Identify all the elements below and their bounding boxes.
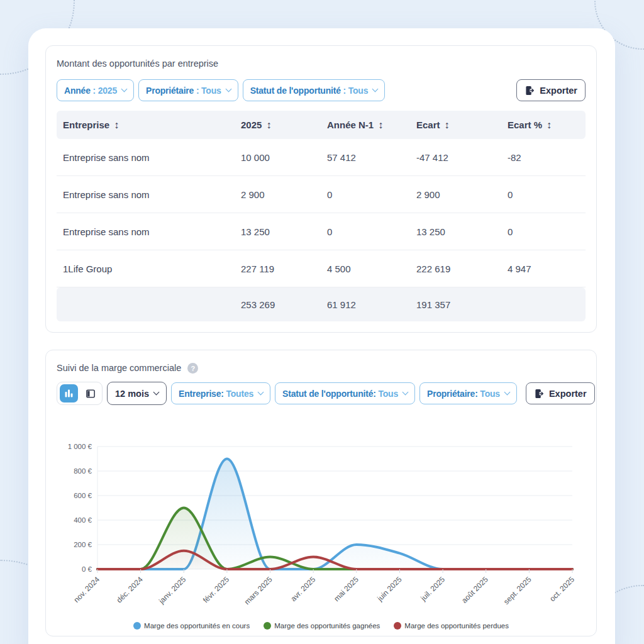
sort-icon: ↕ <box>266 119 271 130</box>
svg-text:déc. 2024: déc. 2024 <box>115 575 145 604</box>
svg-text:400 €: 400 € <box>74 516 92 524</box>
svg-text:sept. 2025: sept. 2025 <box>502 575 533 606</box>
svg-text:0 €: 0 € <box>82 565 92 573</box>
sort-icon: ↕ <box>114 119 119 130</box>
svg-text:600 €: 600 € <box>74 492 92 499</box>
table-view-button[interactable] <box>81 384 99 402</box>
svg-text:800 €: 800 € <box>74 467 92 475</box>
svg-text:août 2025: août 2025 <box>460 575 490 605</box>
svg-text:oct. 2025: oct. 2025 <box>548 575 576 603</box>
chevron-down-icon <box>258 389 264 396</box>
chevron-down-icon <box>121 86 128 92</box>
filter-proprietaire-2[interactable]: Propriétaire: Tous <box>419 382 517 404</box>
help-icon[interactable]: ? <box>187 363 198 374</box>
table-total-row: 253 26961 912191 357 <box>57 287 586 322</box>
export-button[interactable]: Exporter <box>516 79 586 101</box>
svg-text:nov. 2024: nov. 2024 <box>72 575 102 604</box>
sort-icon: ↕ <box>445 119 450 130</box>
column-header-ecart-pct[interactable]: Ecart %↕ <box>501 111 586 139</box>
chart-x-labels: nov. 2024déc. 2024janv. 2025févr. 2025ma… <box>72 569 577 606</box>
legend-dot-blue <box>133 622 141 630</box>
chart-grid: 0 €200 €400 €600 €800 €1 000 € <box>68 443 572 573</box>
export-button-2[interactable]: Exporter <box>526 382 595 404</box>
column-header-2025[interactable]: 2025↕ <box>235 111 321 139</box>
legend-item: Marge des opportunités en cours <box>133 622 250 630</box>
table-header-row: Entreprise↕ 2025↕ Année N-1↕ Ecart↕ Ecar… <box>57 111 586 139</box>
card2-controls: 12 mois Entreprise: Toutes Statut de l'o… <box>57 382 586 405</box>
margin-tracking-card: Suivi de la marge commerciale ? <box>45 350 597 636</box>
column-header-ecart[interactable]: Ecart↕ <box>410 111 501 139</box>
card1-title: Montant des opportunités par entreprise <box>57 58 586 69</box>
chevron-down-icon <box>153 389 160 396</box>
opportunities-table: Entreprise↕ 2025↕ Année N-1↕ Ecart↕ Ecar… <box>57 111 586 321</box>
legend-dot-green <box>264 622 271 630</box>
table-view-icon <box>86 389 96 399</box>
svg-text:févr. 2025: févr. 2025 <box>201 575 231 604</box>
period-dropdown[interactable]: 12 mois <box>107 382 167 405</box>
main-panel: Montant des opportunités par entreprise … <box>28 28 615 644</box>
table-row: Entreprise sans nom2 90002 9000 <box>57 176 586 213</box>
opportunities-by-company-card: Montant des opportunités par entreprise … <box>45 45 597 333</box>
card2-title: Suivi de la marge commerciale <box>57 363 181 374</box>
chart-legend: Marge des opportunités en cours Marge de… <box>57 622 586 630</box>
svg-text:avr. 2025: avr. 2025 <box>289 575 317 603</box>
filter-statut[interactable]: Statut de l'opportunité : Tous <box>243 79 386 101</box>
chevron-down-icon <box>402 389 409 396</box>
legend-item: Marge des opportunités perdues <box>394 622 509 630</box>
chevron-down-icon <box>504 389 511 396</box>
chevron-down-icon <box>372 86 379 92</box>
svg-text:juil. 2025: juil. 2025 <box>419 575 447 603</box>
margin-chart: 0 €200 €400 €600 €800 €1 000 €nov. 2024d… <box>57 433 586 616</box>
legend-item: Marge des opportunités gagnées <box>264 622 380 630</box>
export-icon <box>534 389 544 399</box>
export-icon <box>525 86 535 96</box>
column-header-entreprise[interactable]: Entreprise↕ <box>57 111 235 139</box>
chevron-down-icon <box>225 86 231 92</box>
svg-text:mars 2025: mars 2025 <box>243 575 274 606</box>
table-row: Entreprise sans nom13 250013 2500 <box>57 213 586 250</box>
filter-annee[interactable]: Année : 2025 <box>57 79 134 101</box>
filter-statut-2[interactable]: Statut de l'opportunité: Tous <box>275 382 415 404</box>
sort-icon: ↕ <box>378 119 383 130</box>
table-row: 1Life Group227 1194 500222 6194 947 <box>57 250 586 287</box>
sort-icon: ↕ <box>547 119 552 130</box>
filter-entreprise[interactable]: Entreprise: Toutes <box>171 382 270 404</box>
legend-dot-red <box>394 622 401 630</box>
view-toggle-group <box>57 382 103 405</box>
svg-text:200 €: 200 € <box>74 541 92 548</box>
bar-chart-icon <box>64 389 74 398</box>
chart-view-button[interactable] <box>60 384 78 402</box>
svg-text:juin 2025: juin 2025 <box>375 575 404 603</box>
svg-text:janv. 2025: janv. 2025 <box>157 575 187 606</box>
column-header-annee-n1[interactable]: Année N-1↕ <box>321 111 410 139</box>
chart-area: 0 €200 €400 €600 €800 €1 000 €nov. 2024d… <box>57 433 586 619</box>
card2-title-row: Suivi de la marge commerciale ? <box>57 363 586 374</box>
svg-text:1 000 €: 1 000 € <box>68 443 92 450</box>
card1-controls: Année : 2025 Propriétaire : Tous Statut … <box>57 79 586 101</box>
filter-proprietaire[interactable]: Propriétaire : Tous <box>138 79 238 101</box>
svg-text:mai 2025: mai 2025 <box>332 575 360 603</box>
table-row: Entreprise sans nom10 00057 412-47 412-8… <box>57 139 586 176</box>
